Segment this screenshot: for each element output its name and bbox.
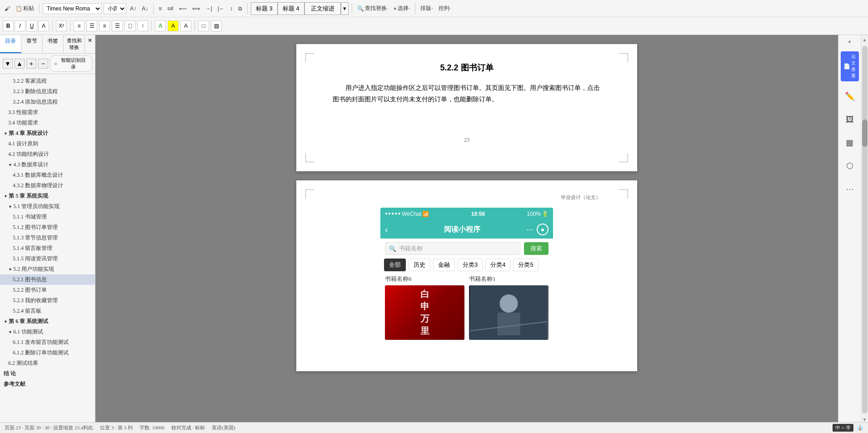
list-item-active[interactable]: 5.2.1 图书信息 xyxy=(0,274,95,285)
unordered-list-btn[interactable]: ≡ xyxy=(157,5,164,13)
scrollbar-track[interactable] xyxy=(862,46,868,413)
align-justify-btn[interactable]: ☰ xyxy=(112,20,123,31)
font-decrease-btn[interactable]: A↓ xyxy=(140,5,150,13)
find-replace-btn[interactable]: 🔍 查找替换· xyxy=(355,4,390,13)
heading4-btn[interactable]: 标题 4 xyxy=(278,2,304,15)
column-btn[interactable]: ⧉ xyxy=(236,5,244,13)
list-item[interactable]: 5.1.2 图书订单管理 xyxy=(0,222,95,233)
list-item[interactable]: 4.3.1 数据库概念设计 xyxy=(0,170,95,180)
scrollbar-up[interactable]: ▲ xyxy=(863,37,867,42)
layout-btn[interactable]: 排版· xyxy=(419,4,434,13)
indent2-btn[interactable]: ↑ xyxy=(137,20,148,31)
list-item[interactable]: 5.1.5 阅读资讯管理 xyxy=(0,254,95,264)
tab-chapter[interactable]: 章节 xyxy=(21,35,43,53)
scrollbar-thumb[interactable] xyxy=(862,119,868,147)
line-spacing-btn[interactable]: ↕ xyxy=(228,5,234,13)
indent-btn[interactable]: →| xyxy=(204,5,214,13)
list-item[interactable]: 4.3.2 数据库物理设计 xyxy=(0,180,95,191)
list-item[interactable]: 5.2.2 图书订单 xyxy=(0,285,95,295)
add-btn[interactable]: + xyxy=(26,59,36,69)
list-item[interactable]: 3.2.2 客家流程 xyxy=(0,76,95,86)
paste-btn[interactable]: 📋 粘贴 xyxy=(14,4,36,13)
align-left-btn[interactable]: ⟵ xyxy=(177,5,189,13)
align-left2-btn[interactable]: ≡ xyxy=(74,20,85,31)
tab-find-replace[interactable]: 查找和替换 xyxy=(64,35,85,53)
comment-btn[interactable]: ✏️ xyxy=(842,88,858,105)
thesis-check-btn[interactable]: 📄 论文查重 xyxy=(841,51,859,81)
bold-btn[interactable]: B xyxy=(3,20,14,31)
two-col-btn[interactable]: ⎕ xyxy=(125,20,135,31)
columns-btn[interactable]: 控列· xyxy=(437,4,453,13)
list-item[interactable]: 5.2.3 我的收藏管理 xyxy=(0,295,95,306)
underline-btn[interactable]: U xyxy=(26,20,37,31)
list-item[interactable]: 3.2.4 添加信息流程 xyxy=(0,97,95,107)
book-cover-1[interactable]: 白申万里 xyxy=(385,285,464,340)
scroll-up-btn[interactable]: ▲ xyxy=(846,37,853,45)
list-item[interactable]: 第 6 章 系统测试 xyxy=(0,316,95,327)
cat-4-btn[interactable]: 分类4 xyxy=(485,259,510,271)
list-item[interactable]: 5.2 用户功能实现 xyxy=(0,264,95,274)
format-styles-btn[interactable]: 🖌 xyxy=(3,5,12,13)
list-item[interactable]: 第 5 章 系统实现 xyxy=(0,191,95,201)
document-area[interactable]: 5.2.2 图书订单 用户进入指定功能操作区之后可以管理图书订单。其页面见下图。… xyxy=(95,35,838,422)
text-color-btn[interactable]: A xyxy=(155,20,166,31)
list-item[interactable]: 6.1.2 删除订单功能测试 xyxy=(0,348,95,358)
remove-btn[interactable]: − xyxy=(38,59,48,69)
expand-btn[interactable]: ▲ xyxy=(15,59,25,69)
wc-more-dots[interactable]: ··· xyxy=(526,225,533,234)
wc-back-btn[interactable]: ‹ xyxy=(385,224,399,235)
font-color2-btn[interactable]: A xyxy=(180,20,191,31)
image-btn[interactable]: 🖼 xyxy=(842,111,858,128)
list-item[interactable]: 6.1 功能测试 xyxy=(0,327,95,337)
cat-finance-btn[interactable]: 金融 xyxy=(433,259,455,271)
list-item[interactable]: 3.4 功能需求 xyxy=(0,118,95,128)
list-item[interactable]: 5.1.4 留言板管理 xyxy=(0,243,95,254)
list-item[interactable]: 3.2.3 删除信息流程 xyxy=(0,86,95,97)
list-item[interactable]: 5.1 管理员功能实现 xyxy=(0,201,95,212)
cat-3-btn[interactable]: 分类3 xyxy=(458,259,483,271)
font-size-select[interactable]: 小四 xyxy=(104,3,126,14)
list-item[interactable]: 6.1.1 发布留言功能测试 xyxy=(0,337,95,348)
border-btn[interactable]: □ xyxy=(198,20,209,31)
list-item[interactable]: 3.3 性能需求 xyxy=(0,107,95,118)
wc-circle-btn[interactable]: ● xyxy=(537,224,549,235)
ordered-list-btn[interactable]: ≡# xyxy=(165,5,175,13)
style-select-btn[interactable]: 正文缩进 xyxy=(304,2,341,15)
list-item[interactable]: 5.1.1 书城管理 xyxy=(0,212,95,222)
tab-bookmark[interactable]: 书签 xyxy=(43,35,64,53)
heading3-btn[interactable]: 标题 3 xyxy=(251,2,278,15)
book-cover-2[interactable] xyxy=(469,285,549,340)
outdent-btn[interactable]: |← xyxy=(216,5,226,13)
more-tools-btn[interactable]: ⋯ xyxy=(842,181,858,197)
shape-btn[interactable]: ⬡ xyxy=(842,158,858,174)
tab-close[interactable]: ✕ xyxy=(85,35,95,53)
font-increase-btn[interactable]: A↑ xyxy=(128,5,138,13)
collapse-btn[interactable]: ▼ xyxy=(3,59,13,69)
list-item[interactable]: 4.3 数据库设计 xyxy=(0,159,95,170)
book-item-2[interactable]: 书籍名称1 xyxy=(469,275,549,340)
list-item[interactable]: 6.2 测试结果 xyxy=(0,358,95,368)
list-item[interactable]: 第 4 章 系统设计 xyxy=(0,128,95,139)
style-dropdown-btn[interactable]: ▾ xyxy=(341,2,349,15)
shade-btn[interactable]: ▨ xyxy=(211,20,222,31)
select-btn[interactable]: ⌖ 选择· xyxy=(392,4,412,13)
align-center-btn[interactable]: ⟺ xyxy=(190,5,202,13)
align-center2-btn[interactable]: ☰ xyxy=(86,20,97,31)
superscript-btn[interactable]: X² xyxy=(56,20,67,31)
list-item[interactable]: 4.2 功能结构设计 xyxy=(0,149,95,159)
wc-search-btn[interactable]: 搜索 xyxy=(524,242,549,255)
cat-5-btn[interactable]: 分类5 xyxy=(513,259,538,271)
font-family-select[interactable]: Times New Roma xyxy=(43,3,102,14)
italic-btn[interactable]: I xyxy=(15,20,25,31)
highlight-btn[interactable]: A xyxy=(168,20,179,31)
smart-toc-btn[interactable]: ○ 智能识别目录 xyxy=(50,55,92,72)
list-item[interactable]: 参考文献 xyxy=(0,379,95,389)
strikethrough-btn[interactable]: A xyxy=(38,20,49,31)
scrollbar-down[interactable]: ▼ xyxy=(863,417,867,422)
list-item[interactable]: 结 论 xyxy=(0,368,95,379)
wc-search-input[interactable]: 🔍 书籍名称 xyxy=(385,242,520,255)
table-btn[interactable]: ▦ xyxy=(842,134,858,151)
book-item-1[interactable]: 书籍名称6 白申万里 xyxy=(385,275,464,340)
cat-all-btn[interactable]: 全部 xyxy=(384,259,406,271)
cat-history-btn[interactable]: 历史 xyxy=(409,259,430,271)
